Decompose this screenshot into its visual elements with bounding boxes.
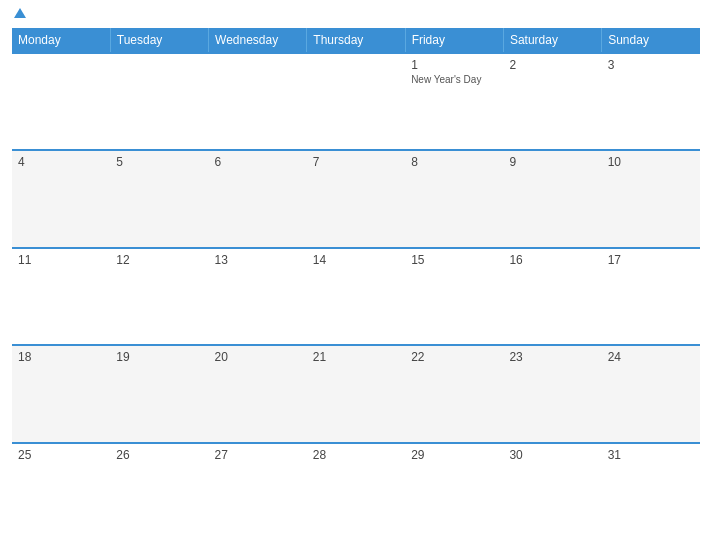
day-number: 17 [608,253,694,267]
day-number: 9 [509,155,595,169]
calendar-cell: 13 [209,248,307,345]
logo-triangle-icon [14,8,26,18]
day-number: 19 [116,350,202,364]
day-number: 21 [313,350,399,364]
day-number: 11 [18,253,104,267]
calendar-cell [307,53,405,150]
day-number: 15 [411,253,497,267]
day-number: 13 [215,253,301,267]
day-number: 7 [313,155,399,169]
day-number: 18 [18,350,104,364]
day-number: 10 [608,155,694,169]
day-number: 29 [411,448,497,462]
calendar-cell: 24 [602,345,700,442]
calendar-cell: 9 [503,150,601,247]
day-number: 26 [116,448,202,462]
day-number: 25 [18,448,104,462]
day-number: 14 [313,253,399,267]
weekday-header-thursday: Thursday [307,28,405,53]
calendar-cell: 20 [209,345,307,442]
calendar-cell [110,53,208,150]
day-number: 6 [215,155,301,169]
week-row-2: 45678910 [12,150,700,247]
calendar-cell: 12 [110,248,208,345]
day-number: 20 [215,350,301,364]
calendar-cell: 26 [110,443,208,540]
weekday-header-row: MondayTuesdayWednesdayThursdayFridaySatu… [12,28,700,53]
calendar-cell: 11 [12,248,110,345]
logo [12,10,26,20]
day-number: 23 [509,350,595,364]
weekday-header-tuesday: Tuesday [110,28,208,53]
day-number: 31 [608,448,694,462]
holiday-label: New Year's Day [411,74,497,85]
calendar-cell: 30 [503,443,601,540]
calendar-cell: 16 [503,248,601,345]
day-number: 22 [411,350,497,364]
calendar-cell: 4 [12,150,110,247]
calendar-cell: 27 [209,443,307,540]
day-number: 5 [116,155,202,169]
calendar-cell: 3 [602,53,700,150]
day-number: 3 [608,58,694,72]
day-number: 27 [215,448,301,462]
day-number: 30 [509,448,595,462]
day-number: 2 [509,58,595,72]
day-number: 8 [411,155,497,169]
calendar-page: MondayTuesdayWednesdayThursdayFridaySatu… [0,0,712,550]
calendar-cell: 7 [307,150,405,247]
day-number: 28 [313,448,399,462]
calendar-cell: 18 [12,345,110,442]
week-row-4: 18192021222324 [12,345,700,442]
weekday-header-wednesday: Wednesday [209,28,307,53]
calendar-cell: 6 [209,150,307,247]
calendar-cell: 1New Year's Day [405,53,503,150]
calendar-cell: 8 [405,150,503,247]
calendar-cell: 22 [405,345,503,442]
calendar-cell [209,53,307,150]
calendar-cell: 25 [12,443,110,540]
calendar-cell: 10 [602,150,700,247]
calendar-cell: 17 [602,248,700,345]
day-number: 16 [509,253,595,267]
calendar-cell: 2 [503,53,601,150]
weekday-header-sunday: Sunday [602,28,700,53]
calendar-cell: 19 [110,345,208,442]
week-row-1: 1New Year's Day23 [12,53,700,150]
calendar-cell: 31 [602,443,700,540]
day-number: 4 [18,155,104,169]
header [12,10,700,20]
weekday-header-friday: Friday [405,28,503,53]
weekday-header-monday: Monday [12,28,110,53]
day-number: 24 [608,350,694,364]
week-row-5: 25262728293031 [12,443,700,540]
calendar-cell: 29 [405,443,503,540]
calendar-cell [12,53,110,150]
calendar-cell: 23 [503,345,601,442]
day-number: 1 [411,58,497,72]
calendar-cell: 14 [307,248,405,345]
calendar-cell: 21 [307,345,405,442]
weekday-header-saturday: Saturday [503,28,601,53]
day-number: 12 [116,253,202,267]
calendar-cell: 28 [307,443,405,540]
calendar-cell: 5 [110,150,208,247]
calendar-cell: 15 [405,248,503,345]
calendar-table: MondayTuesdayWednesdayThursdayFridaySatu… [12,28,700,540]
week-row-3: 11121314151617 [12,248,700,345]
